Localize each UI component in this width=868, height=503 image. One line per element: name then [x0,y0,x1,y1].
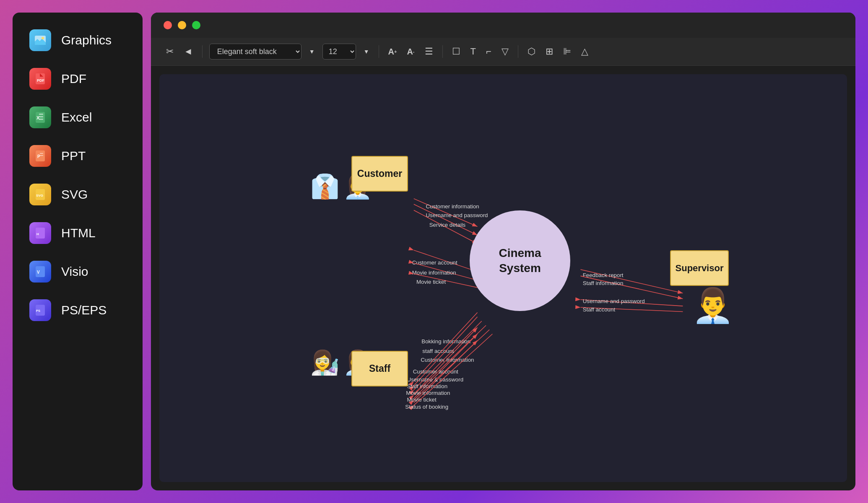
svg-text:Username and password: Username and password [426,212,488,218]
svg-text:staff account: staff account [422,348,454,354]
layers-button[interactable]: ⬡ [525,44,538,60]
font-select[interactable]: Elegant soft black [209,44,301,60]
svg-text:Username & password: Username & password [407,376,463,383]
svg-rect-9 [39,119,43,120]
svg-text:Movie information: Movie information [406,390,450,396]
arrow-tool-button[interactable]: ▽ [499,44,511,60]
font-dropdown-button[interactable]: ▼ [307,46,317,57]
svg-rect-3 [36,73,40,77]
svg-line-52 [414,334,493,405]
divider-1 [202,45,203,58]
svg-line-32 [414,263,478,280]
font-size-dropdown-button[interactable]: ▼ [361,46,372,57]
maximize-button[interactable] [192,21,200,29]
svg-line-50 [414,330,489,400]
divider-4 [518,45,518,58]
rect-tool-button[interactable]: ☐ [450,44,463,60]
svg-text:Customer information: Customer information [421,357,474,363]
svg-point-1 [42,37,44,39]
svg-text:Movie ticket: Movie ticket [407,397,437,403]
svg-line-26 [414,204,478,235]
sidebar-item-ppt[interactable]: P PPT [17,137,138,174]
connector-tool-button[interactable]: ⌐ [483,44,494,60]
svg-rect-7 [39,114,43,115]
sidebar-item-pseps-label: PS/EPS [61,303,107,317]
svg-text:Status of booking: Status of booking [405,404,448,410]
svg-text:Service details: Service details [429,222,466,228]
svg-text:Username and password: Username and password [583,298,645,304]
sidebar-item-graphics[interactable]: Graphics [17,22,138,59]
sidebar-item-svg[interactable]: SVG SVG [17,176,138,213]
undo-button[interactable]: ◄ [181,44,195,60]
close-button[interactable] [164,21,172,29]
sidebar-item-html[interactable]: H HTML [17,215,138,252]
svg-line-54 [581,270,683,293]
visio-icon: V [29,261,51,283]
svg-text:Feedback report: Feedback report [583,272,624,278]
pseps-icon: PS [29,299,51,321]
diagram-canvas[interactable]: Customer information Username and passwo… [159,74,847,482]
sidebar-item-pseps[interactable]: PS PS/EPS [17,292,138,329]
svg-text:V: V [37,270,40,275]
pdf-icon: PDF [29,68,51,90]
svg-line-28 [414,210,478,244]
svg-line-36 [414,327,478,394]
increase-font-button[interactable]: A+ [386,44,400,59]
excel-icon: X [29,106,51,128]
svg-line-48 [414,325,486,395]
supervisor-box: Supervisor [670,250,729,286]
svg-text:Movie information: Movie information [412,270,456,276]
align-button[interactable]: ☰ [422,44,436,60]
decrease-font-button[interactable]: A- [404,44,417,59]
cut-button[interactable]: ✂ [164,44,176,60]
svg-text:Customer information: Customer information [426,203,479,210]
sidebar-item-svg-label: SVG [61,187,88,202]
svg-line-58 [581,300,683,306]
svg-text:Customer account: Customer account [412,259,457,266]
app-container: Graphics PDF PDF X [0,0,868,503]
toolbar: ✂ ◄ Elegant soft black ▼ 891011121416182… [151,38,855,66]
cinema-circle: CinemaSystem [470,210,570,311]
svg-rect-8 [39,116,43,117]
svg-line-34 [414,274,478,288]
svg-text:Customer account: Customer account [413,368,458,375]
minimize-button[interactable] [178,21,186,29]
ppt-icon: P [29,145,51,167]
font-size-select[interactable]: 891011121416182436 [322,44,356,60]
svg-text:P: P [37,154,40,159]
svg-line-24 [414,199,478,227]
svg-line-30 [414,250,478,272]
sidebar-item-excel-label: Excel [61,110,92,124]
sidebar: Graphics PDF PDF X [13,13,143,490]
title-bar [151,13,855,38]
svg-line-42 [414,313,478,381]
svg-line-46 [414,321,482,390]
html-icon: H [29,222,51,244]
svg-line-56 [581,276,683,298]
align2-button[interactable]: ⊫ [561,44,574,60]
svg-text:SVG: SVG [36,194,43,197]
divider-2 [379,45,379,58]
crop-button[interactable]: ⊞ [543,44,556,60]
text-tool-button[interactable]: T [468,44,478,60]
sidebar-item-visio-label: Visio [61,264,88,279]
customer-box: Customer [351,156,408,192]
divider-3 [442,45,443,58]
sidebar-item-visio[interactable]: V Visio [17,253,138,290]
canvas-wrapper: Customer information Username and passwo… [159,74,847,482]
svg-rect-12 [40,153,43,154]
svg-text:PS: PS [36,309,40,313]
staff-box: Staff [351,351,408,386]
main-editor: ✂ ◄ Elegant soft black ▼ 891011121416182… [151,13,855,490]
sidebar-item-html-label: HTML [61,226,96,240]
triangle-button[interactable]: △ [579,44,591,60]
sidebar-item-pdf-label: PDF [61,72,86,86]
sidebar-item-excel[interactable]: X Excel [17,99,138,136]
svg-line-60 [581,307,683,311]
sidebar-item-pdf[interactable]: PDF PDF [17,60,138,97]
svg-text:Bokking information: Bokking information [421,338,470,345]
svg-line-38 [414,334,478,399]
svg-text:Movie ticket: Movie ticket [416,279,446,285]
svg-line-40 [414,340,478,403]
svg-text:Staff account: Staff account [583,306,616,313]
